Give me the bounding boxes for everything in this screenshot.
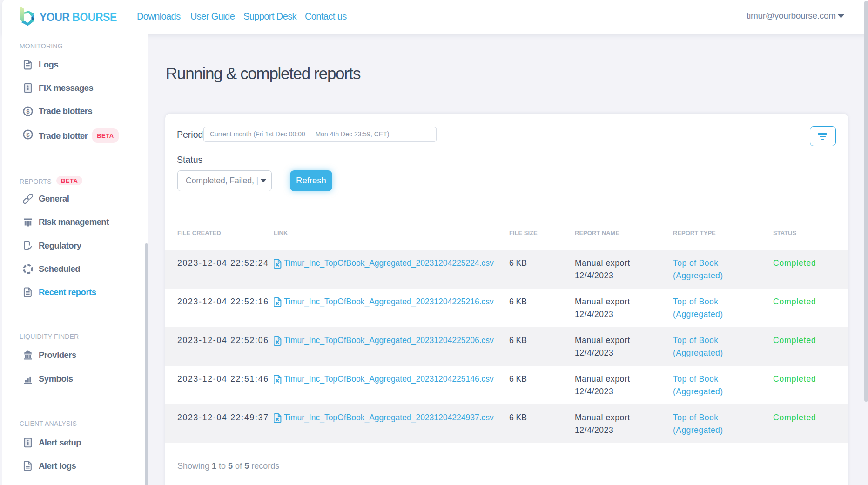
svg-text:$: $ xyxy=(26,108,30,115)
svg-text:$: $ xyxy=(26,131,30,138)
